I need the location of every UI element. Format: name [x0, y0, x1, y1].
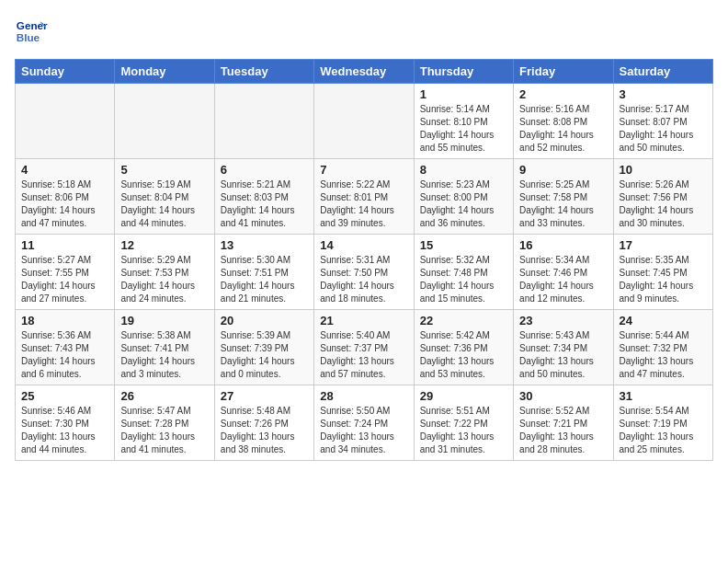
week-row-3: 11Sunrise: 5:27 AMSunset: 7:55 PMDayligh…: [16, 235, 713, 310]
calendar-cell: 14Sunrise: 5:31 AMSunset: 7:50 PMDayligh…: [314, 235, 414, 310]
day-number: 30: [519, 389, 607, 403]
day-number: 6: [221, 163, 308, 177]
day-number: 1: [420, 87, 507, 101]
weekday-header-tuesday: Tuesday: [214, 60, 313, 84]
day-number: 7: [320, 163, 407, 177]
calendar-cell: 12Sunrise: 5:29 AMSunset: 7:53 PMDayligh…: [115, 235, 214, 310]
svg-text:Blue: Blue: [17, 31, 40, 43]
day-info: Sunrise: 5:31 AMSunset: 7:50 PMDaylight:…: [320, 254, 407, 305]
week-row-1: 1Sunrise: 5:14 AMSunset: 8:10 PMDaylight…: [16, 84, 713, 159]
weekday-header-friday: Friday: [514, 60, 613, 84]
day-number: 14: [320, 238, 407, 252]
calendar-cell: 10Sunrise: 5:26 AMSunset: 7:56 PMDayligh…: [613, 159, 712, 235]
day-number: 27: [221, 389, 308, 403]
day-info: Sunrise: 5:38 AMSunset: 7:41 PMDaylight:…: [120, 329, 208, 381]
day-number: 9: [519, 163, 607, 177]
day-info: Sunrise: 5:48 AMSunset: 7:26 PMDaylight:…: [221, 405, 308, 456]
calendar-cell: 22Sunrise: 5:42 AMSunset: 7:36 PMDayligh…: [414, 310, 513, 385]
day-number: 23: [519, 314, 607, 327]
calendar-cell: 20Sunrise: 5:39 AMSunset: 7:39 PMDayligh…: [214, 310, 313, 385]
day-number: 11: [21, 238, 108, 252]
day-info: Sunrise: 5:32 AMSunset: 7:48 PMDaylight:…: [420, 254, 507, 305]
calendar-cell: 24Sunrise: 5:44 AMSunset: 7:32 PMDayligh…: [613, 310, 712, 385]
calendar-cell: 7Sunrise: 5:22 AMSunset: 8:01 PMDaylight…: [314, 159, 414, 235]
day-info: Sunrise: 5:34 AMSunset: 7:46 PMDaylight:…: [519, 254, 607, 305]
day-info: Sunrise: 5:25 AMSunset: 7:58 PMDaylight:…: [519, 178, 607, 230]
calendar-cell: 28Sunrise: 5:50 AMSunset: 7:24 PMDayligh…: [314, 385, 414, 461]
day-number: 20: [221, 314, 308, 327]
day-info: Sunrise: 5:14 AMSunset: 8:10 PMDaylight:…: [420, 103, 507, 155]
calendar-cell: 11Sunrise: 5:27 AMSunset: 7:55 PMDayligh…: [16, 235, 115, 310]
week-row-4: 18Sunrise: 5:36 AMSunset: 7:43 PMDayligh…: [16, 310, 713, 385]
calendar-cell: 26Sunrise: 5:47 AMSunset: 7:28 PMDayligh…: [115, 385, 214, 461]
day-info: Sunrise: 5:46 AMSunset: 7:30 PMDaylight:…: [21, 405, 108, 456]
weekday-header-sunday: Sunday: [16, 60, 115, 84]
day-number: 31: [620, 389, 707, 403]
day-number: 25: [21, 389, 108, 403]
week-row-2: 4Sunrise: 5:18 AMSunset: 8:06 PMDaylight…: [16, 159, 713, 235]
day-info: Sunrise: 5:21 AMSunset: 8:03 PMDaylight:…: [221, 178, 308, 230]
calendar-cell: [16, 84, 115, 159]
day-number: 2: [519, 87, 607, 101]
calendar-cell: 8Sunrise: 5:23 AMSunset: 8:00 PMDaylight…: [414, 159, 513, 235]
day-info: Sunrise: 5:29 AMSunset: 7:53 PMDaylight:…: [120, 254, 208, 305]
weekday-header-row: SundayMondayTuesdayWednesdayThursdayFrid…: [16, 60, 713, 84]
calendar-cell: 29Sunrise: 5:51 AMSunset: 7:22 PMDayligh…: [414, 385, 513, 461]
calendar-cell: 27Sunrise: 5:48 AMSunset: 7:26 PMDayligh…: [214, 385, 313, 461]
calendar-cell: [214, 84, 313, 159]
day-number: 3: [620, 87, 707, 101]
calendar-cell: 21Sunrise: 5:40 AMSunset: 7:37 PMDayligh…: [314, 310, 414, 385]
calendar-cell: 23Sunrise: 5:43 AMSunset: 7:34 PMDayligh…: [514, 310, 613, 385]
day-info: Sunrise: 5:26 AMSunset: 7:56 PMDaylight:…: [620, 178, 707, 230]
day-number: 28: [320, 389, 407, 403]
calendar-cell: 13Sunrise: 5:30 AMSunset: 7:51 PMDayligh…: [214, 235, 313, 310]
day-number: 10: [620, 163, 707, 177]
day-number: 21: [320, 314, 407, 327]
day-number: 8: [420, 163, 507, 177]
calendar-cell: 3Sunrise: 5:17 AMSunset: 8:07 PMDaylight…: [613, 84, 712, 159]
day-number: 17: [620, 238, 707, 252]
day-info: Sunrise: 5:52 AMSunset: 7:21 PMDaylight:…: [519, 405, 607, 456]
day-number: 26: [120, 389, 208, 403]
day-number: 29: [420, 389, 507, 403]
day-info: Sunrise: 5:42 AMSunset: 7:36 PMDaylight:…: [420, 329, 507, 381]
day-info: Sunrise: 5:47 AMSunset: 7:28 PMDaylight:…: [120, 405, 208, 456]
weekday-header-wednesday: Wednesday: [314, 60, 414, 84]
day-info: Sunrise: 5:16 AMSunset: 8:08 PMDaylight:…: [519, 103, 607, 155]
day-info: Sunrise: 5:44 AMSunset: 7:32 PMDaylight:…: [620, 329, 707, 381]
day-info: Sunrise: 5:30 AMSunset: 7:51 PMDaylight:…: [221, 254, 308, 305]
day-info: Sunrise: 5:54 AMSunset: 7:19 PMDaylight:…: [620, 405, 707, 456]
calendar-cell: 4Sunrise: 5:18 AMSunset: 8:06 PMDaylight…: [16, 159, 115, 235]
weekday-header-saturday: Saturday: [613, 60, 712, 84]
day-number: 4: [21, 163, 108, 177]
day-info: Sunrise: 5:19 AMSunset: 8:04 PMDaylight:…: [120, 178, 208, 230]
day-info: Sunrise: 5:40 AMSunset: 7:37 PMDaylight:…: [320, 329, 407, 381]
calendar-cell: 17Sunrise: 5:35 AMSunset: 7:45 PMDayligh…: [613, 235, 712, 310]
day-number: 15: [420, 238, 507, 252]
day-info: Sunrise: 5:39 AMSunset: 7:39 PMDaylight:…: [221, 329, 308, 381]
calendar-cell: 2Sunrise: 5:16 AMSunset: 8:08 PMDaylight…: [514, 84, 613, 159]
calendar-cell: [314, 84, 414, 159]
calendar-cell: 5Sunrise: 5:19 AMSunset: 8:04 PMDaylight…: [115, 159, 214, 235]
day-info: Sunrise: 5:23 AMSunset: 8:00 PMDaylight:…: [420, 178, 507, 230]
calendar-cell: 15Sunrise: 5:32 AMSunset: 7:48 PMDayligh…: [414, 235, 513, 310]
day-info: Sunrise: 5:50 AMSunset: 7:24 PMDaylight:…: [320, 405, 407, 456]
calendar-cell: 1Sunrise: 5:14 AMSunset: 8:10 PMDaylight…: [414, 84, 513, 159]
week-row-5: 25Sunrise: 5:46 AMSunset: 7:30 PMDayligh…: [16, 385, 713, 461]
calendar-cell: 6Sunrise: 5:21 AMSunset: 8:03 PMDaylight…: [214, 159, 313, 235]
day-number: 19: [120, 314, 208, 327]
calendar-table: SundayMondayTuesdayWednesdayThursdayFrid…: [15, 59, 713, 461]
calendar-cell: 25Sunrise: 5:46 AMSunset: 7:30 PMDayligh…: [16, 385, 115, 461]
day-info: Sunrise: 5:51 AMSunset: 7:22 PMDaylight:…: [420, 405, 507, 456]
page-header: General Blue: [15, 15, 713, 48]
calendar-cell: 9Sunrise: 5:25 AMSunset: 7:58 PMDaylight…: [514, 159, 613, 235]
calendar-cell: 18Sunrise: 5:36 AMSunset: 7:43 PMDayligh…: [16, 310, 115, 385]
day-number: 22: [420, 314, 507, 327]
weekday-header-thursday: Thursday: [414, 60, 513, 84]
weekday-header-monday: Monday: [115, 60, 214, 84]
calendar-cell: [115, 84, 214, 159]
logo-icon: General Blue: [15, 15, 48, 48]
calendar-cell: 16Sunrise: 5:34 AMSunset: 7:46 PMDayligh…: [514, 235, 613, 310]
logo: General Blue: [15, 15, 48, 48]
day-info: Sunrise: 5:36 AMSunset: 7:43 PMDaylight:…: [21, 329, 108, 381]
